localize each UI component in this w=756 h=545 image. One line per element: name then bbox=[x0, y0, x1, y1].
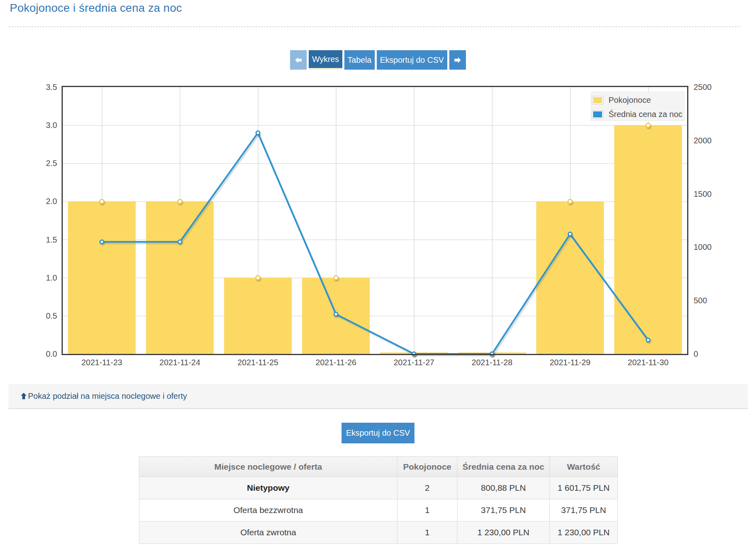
svg-text:2021-11-25: 2021-11-25 bbox=[237, 358, 278, 367]
table-cell: 1 bbox=[397, 499, 457, 522]
svg-text:3.0: 3.0 bbox=[46, 121, 57, 130]
svg-text:2.0: 2.0 bbox=[46, 197, 57, 206]
svg-text:0.5: 0.5 bbox=[46, 311, 57, 320]
table-header-row: Miejsce noclegowe / oferta Pokojonoce Śr… bbox=[139, 457, 618, 477]
legend-swatch bbox=[592, 110, 603, 119]
svg-text:2021-11-23: 2021-11-23 bbox=[81, 358, 122, 367]
legend-label: Pokojonoce bbox=[609, 96, 651, 105]
export-section: Eksportuj do CSV bbox=[0, 423, 756, 443]
svg-text:2021-11-29: 2021-11-29 bbox=[550, 358, 591, 367]
export-csv-button-top[interactable]: Eksportuj do CSV bbox=[377, 50, 447, 70]
table-cell: 1 601,75 PLN bbox=[550, 477, 618, 499]
table-cell: 371,75 PLN bbox=[550, 499, 618, 522]
table-cell: 1 bbox=[397, 522, 457, 544]
svg-text:2000: 2000 bbox=[694, 136, 712, 145]
chart-toolbar: Wykres Tabela Eksportuj do CSV bbox=[0, 50, 756, 70]
table-cell: Oferta zwrotna bbox=[139, 522, 397, 544]
column-header-srednia-cena: Średnia cena za noc bbox=[457, 457, 550, 477]
toggle-breakdown-label: Pokaż podział na miejsca noclegowe i ofe… bbox=[28, 392, 187, 401]
table-row: Oferta zwrotna11 230,00 PLN1 230,00 PLN bbox=[139, 522, 618, 544]
table-row: Oferta bezzwrotna1371,75 PLN371,75 PLN bbox=[139, 499, 618, 522]
svg-text:3.5: 3.5 bbox=[46, 83, 57, 92]
table-cell: 371,75 PLN bbox=[457, 499, 550, 522]
tab-tabela[interactable]: Tabela bbox=[344, 50, 375, 70]
svg-text:0.0: 0.0 bbox=[46, 349, 57, 358]
column-header-wartosc: Wartość bbox=[550, 457, 618, 477]
svg-text:500: 500 bbox=[694, 296, 707, 305]
arrow-up-icon bbox=[20, 392, 27, 400]
svg-text:1.5: 1.5 bbox=[46, 235, 57, 244]
tab-wykres[interactable]: Wykres bbox=[309, 50, 342, 70]
bar-series bbox=[68, 125, 682, 354]
svg-text:2.5: 2.5 bbox=[46, 159, 57, 168]
combo-chart: 0.00.51.01.52.02.53.03.50500100015002000… bbox=[0, 79, 725, 373]
page-title: Pokojonoce i średnia cena za noc bbox=[10, 0, 182, 16]
legend-item: Pokojonoce bbox=[592, 94, 684, 106]
chart-legend: PokojonoceŚrednia cena za noc bbox=[591, 92, 685, 121]
svg-text:1000: 1000 bbox=[694, 243, 712, 251]
chart-canvas: 0.00.51.01.52.02.53.03.50500100015002000… bbox=[0, 79, 725, 373]
toggle-breakdown-link[interactable]: Pokaż podział na miejsca noclegowe i ofe… bbox=[20, 392, 187, 401]
svg-text:2021-11-30: 2021-11-30 bbox=[628, 358, 668, 367]
table-cell: 800,88 PLN bbox=[457, 477, 550, 499]
table-cell: Oferta bezzwrotna bbox=[139, 499, 397, 522]
export-csv-button-bottom[interactable]: Eksportuj do CSV bbox=[342, 423, 414, 443]
legend-label: Średnia cena za noc bbox=[609, 110, 682, 119]
svg-text:2500: 2500 bbox=[694, 83, 712, 92]
column-header-miejsce: Miejsce noclegowe / oferta bbox=[139, 457, 397, 477]
table-cell: Nietypowy bbox=[139, 477, 397, 499]
svg-text:1500: 1500 bbox=[694, 189, 712, 198]
svg-text:2021-11-24: 2021-11-24 bbox=[160, 358, 201, 367]
svg-text:2021-11-26: 2021-11-26 bbox=[316, 358, 357, 367]
arrow-right-icon bbox=[454, 57, 461, 64]
arrow-left-icon bbox=[295, 57, 302, 64]
legend-item: Średnia cena za noc bbox=[592, 108, 684, 121]
svg-text:0: 0 bbox=[694, 349, 698, 358]
svg-text:2021-11-28: 2021-11-28 bbox=[472, 358, 513, 367]
svg-text:1.0: 1.0 bbox=[46, 273, 57, 282]
svg-text:2021-11-27: 2021-11-27 bbox=[393, 358, 434, 367]
legend-swatch bbox=[592, 96, 603, 104]
table-cell: 1 230,00 PLN bbox=[457, 522, 550, 544]
column-header-pokojonoce: Pokojonoce bbox=[397, 457, 457, 477]
breakdown-table: Miejsce noclegowe / oferta Pokojonoce Śr… bbox=[139, 456, 618, 544]
toggle-breakdown-band: Pokaż podział na miejsca noclegowe i ofe… bbox=[9, 384, 748, 409]
table-cell: 1 230,00 PLN bbox=[550, 522, 618, 544]
table-row: Nietypowy2800,88 PLN1 601,75 PLN bbox=[139, 477, 618, 499]
dotted-divider bbox=[9, 26, 741, 27]
next-period-button[interactable] bbox=[449, 50, 466, 70]
table-cell: 2 bbox=[397, 477, 457, 499]
previous-period-button[interactable] bbox=[290, 50, 307, 70]
